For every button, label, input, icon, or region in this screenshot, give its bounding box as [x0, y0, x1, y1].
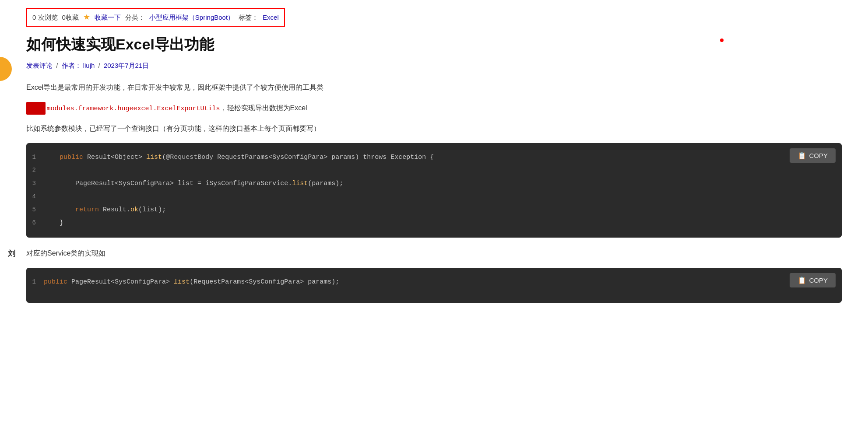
author-label: 作者： — [62, 62, 81, 69]
code-block-2: 📋 COPY 1 public PageResult<SysConfigPara… — [26, 268, 842, 303]
category-link[interactable]: 小型应用框架（SpringBoot） — [149, 12, 234, 23]
copy-icon-1: 📋 — [798, 151, 806, 160]
meta-views: 0 次浏览 — [32, 12, 58, 23]
code-line-1-2: 2 — [26, 164, 842, 177]
para1: Excel导出是最常用的开发功能，在日常开发中较常见，因此框架中提供了个较方便使… — [26, 81, 842, 94]
yellow-circle-decoration — [0, 57, 12, 81]
copy-label-2: COPY — [809, 277, 828, 284]
article-meta: 发表评论 / 作者： liujh / 2023年7月21日 — [26, 60, 842, 71]
para3: 刘 对应的Service类的实现如 — [26, 247, 842, 260]
tag-link[interactable]: Excel — [263, 12, 279, 23]
author-link[interactable]: liujh — [83, 62, 95, 69]
copy-button-2[interactable]: 📋 COPY — [790, 273, 836, 287]
code-block-2-inner: 1 public PageResult<SysConfigPara> list(… — [26, 276, 842, 289]
code-line-1-3: 3 PageResult<SysConfigPara> list = iSysC… — [26, 177, 842, 190]
para2: 比如系统参数模块，已经写了一个查询接口（有分页功能，这样的接口基本上每个页面都要… — [26, 123, 842, 135]
side-label: 刘 — [8, 247, 15, 261]
redacted-text — [26, 102, 46, 115]
article-title: 如何快速实现Excel导出功能 — [26, 35, 842, 54]
article-body: Excel导出是最常用的开发功能，在日常开发中较常见，因此框架中提供了个较方便使… — [26, 81, 842, 302]
copy-icon-2: 📋 — [798, 276, 806, 284]
para1-suffix: ，轻松实现导出数据为Excel — [220, 104, 307, 112]
fav-link[interactable]: 收藏一下 — [95, 12, 121, 23]
para1-text: Excel导出是最常用的开发功能，在日常开发中较常见，因此框架中提供了个较方便使… — [26, 84, 323, 91]
copy-label-1: COPY — [809, 152, 828, 159]
meta-bar: 0 次浏览 0收藏 ★ 收藏一下 分类： 小型应用框架（SpringBoot） … — [26, 8, 285, 27]
para-code-inline: modules.framework.hugeexcel.ExcelExportU… — [26, 102, 842, 115]
sep2: / — [98, 62, 100, 69]
meta-favs: 0收藏 — [62, 12, 79, 23]
sep1: / — [56, 62, 58, 69]
code-block-1: 📋 COPY 1 public Result<Object> list(@Req… — [26, 143, 842, 238]
tag-label: 标签： — [239, 12, 258, 23]
category-label: 分类： — [125, 12, 145, 23]
code-line-1-4: 4 — [26, 190, 842, 203]
date-link[interactable]: 2023年7月21日 — [104, 62, 149, 69]
para3-text: 对应的Service类的实现如 — [26, 249, 105, 257]
comment-link[interactable]: 发表评论 — [26, 62, 53, 69]
code-line-1-1: 1 public Result<Object> list(@RequestBod… — [26, 151, 842, 164]
star-icon: ★ — [83, 11, 90, 24]
copy-button-1[interactable]: 📋 COPY — [790, 148, 836, 163]
code-line-2-1: 1 public PageResult<SysConfigPara> list(… — [26, 276, 842, 289]
inline-code: modules.framework.hugeexcel.ExcelExportU… — [46, 105, 220, 112]
code-line-1-6: 6 } — [26, 217, 842, 230]
red-dot-decoration — [720, 39, 724, 42]
code-block-1-inner: 1 public Result<Object> list(@RequestBod… — [26, 151, 842, 230]
code-line-1-5: 5 return Result.ok(list); — [26, 203, 842, 217]
